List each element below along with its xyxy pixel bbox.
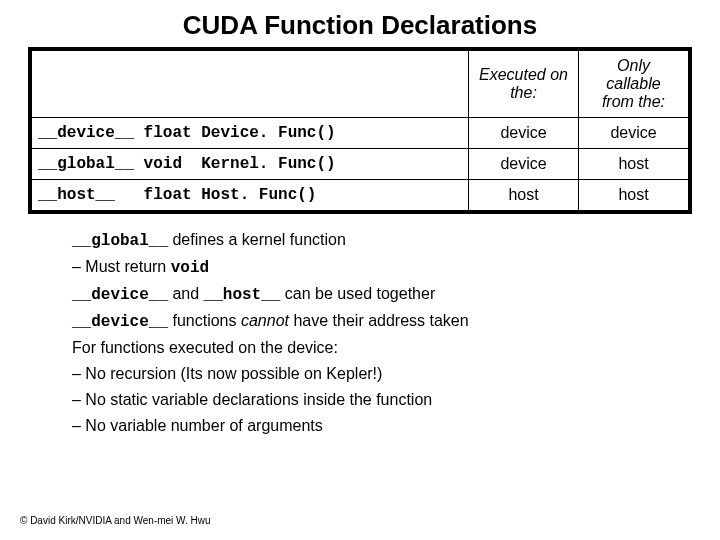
line-no-varargs: No variable number of arguments [72, 414, 672, 438]
table-header-row: Executed on the: Only callable from the: [32, 51, 689, 118]
kw-global: __global__ [72, 232, 168, 250]
text: No recursion ( [85, 365, 185, 382]
page-title: CUDA Function Declarations [0, 0, 720, 47]
header-callable: Only callable from the: [579, 51, 689, 118]
cell-decl: __device__ float Device. Func() [32, 118, 469, 149]
cell-call: host [579, 180, 689, 211]
text: functions [168, 312, 241, 329]
copyright: © David Kirk/NVIDIA and Wen-mei W. Hwu [20, 515, 211, 526]
declarations-table-wrapper: Executed on the: Only callable from the:… [28, 47, 692, 214]
body-content: __global__ defines a kernel function Mus… [72, 228, 672, 438]
line-global-defines: __global__ defines a kernel function [72, 228, 672, 253]
declarations-table: Executed on the: Only callable from the:… [31, 50, 689, 211]
cell-exec: device [469, 118, 579, 149]
cell-call: host [579, 149, 689, 180]
cell-exec: host [469, 180, 579, 211]
text: can be used together [280, 285, 435, 302]
line-device-host-together: __device__ and __host__ can be used toge… [72, 282, 672, 307]
text: ) [377, 365, 382, 382]
line-no-static: No static variable declarations inside t… [72, 388, 672, 412]
kw-void: void [171, 259, 209, 277]
cell-decl: __host__ float Host. Func() [32, 180, 469, 211]
cell-decl: __global__ void Kernel. Func() [32, 149, 469, 180]
table-row: __global__ void Kernel. Func() device ho… [32, 149, 689, 180]
cell-exec: device [469, 149, 579, 180]
line-no-address: __device__ functions cannot have their a… [72, 309, 672, 334]
text: and [168, 285, 204, 302]
kw-device: __device__ [72, 313, 168, 331]
line-must-return-void: Must return void [72, 255, 672, 280]
header-executed: Executed on the: [469, 51, 579, 118]
em-cannot: cannot [241, 312, 289, 329]
kw-device: __device__ [72, 286, 168, 304]
line-for-device: For functions executed on the device: [72, 336, 672, 360]
header-blank [32, 51, 469, 118]
line-no-recursion: No recursion (Its now possible on Kepler… [72, 362, 672, 386]
table-row: __device__ float Device. Func() device d… [32, 118, 689, 149]
kepler-note: Its now possible on Kepler! [186, 365, 377, 382]
cell-call: device [579, 118, 689, 149]
text: Must return [85, 258, 170, 275]
kw-host: __host__ [204, 286, 281, 304]
text: defines a kernel function [168, 231, 346, 248]
table-row: __host__ float Host. Func() host host [32, 180, 689, 211]
text: have their address taken [289, 312, 469, 329]
